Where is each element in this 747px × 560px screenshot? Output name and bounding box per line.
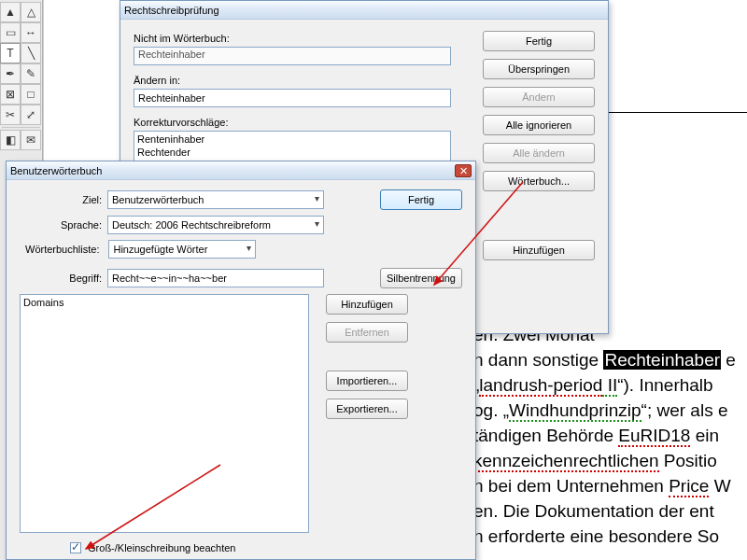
rectangle-frame-tool-icon[interactable]: ⊠	[0, 84, 21, 105]
suggestions-list[interactable]: Renteninhaber Rechtender	[134, 131, 451, 162]
user-dict-title: Benutzerwörterbuch	[10, 165, 455, 176]
change-all-button[interactable]: Alle ändern	[483, 143, 595, 163]
suggestions-label: Korrekturvorschläge:	[134, 117, 473, 128]
direct-selection-tool-icon[interactable]: △	[21, 2, 41, 22]
change-to-input[interactable]	[134, 89, 451, 107]
gap-tool-icon[interactable]: ↔	[21, 22, 41, 43]
term-label: Begriff:	[20, 273, 107, 284]
import-button[interactable]: Importieren...	[326, 371, 408, 391]
target-label: Ziel:	[20, 194, 107, 205]
line-tool-icon[interactable]: ╲	[21, 43, 41, 63]
export-button[interactable]: Exportieren...	[326, 399, 408, 419]
free-transform-tool-icon[interactable]: ⤢	[21, 105, 41, 125]
type-tool-icon[interactable]: T	[0, 43, 21, 63]
suggestion-item[interactable]: Rechtender	[137, 146, 447, 159]
spellcheck-title: Rechtschreibprüfung	[124, 5, 604, 16]
case-checkbox[interactable]	[70, 542, 81, 553]
dictionary-button[interactable]: Wörterbuch...	[483, 171, 595, 191]
language-label: Sprache:	[20, 219, 107, 231]
term-input[interactable]	[107, 269, 324, 287]
list-item[interactable]: Domains	[23, 296, 305, 309]
selected-word[interactable]: Rechteinhaber	[603, 350, 721, 370]
change-to-label: Ändern in:	[134, 75, 473, 86]
not-in-dict-field: Rechteinhaber	[134, 47, 451, 65]
wordlist-label: Wörterbuchliste:	[25, 244, 105, 255]
selection-tool-icon[interactable]: ▲	[0, 2, 21, 22]
rectangle-tool-icon[interactable]: □	[21, 84, 41, 105]
close-icon[interactable]: ✕	[455, 164, 472, 177]
pen-tool-icon[interactable]: ✒	[0, 63, 21, 84]
language-select[interactable]: Deutsch: 2006 Rechtschreibreform	[107, 216, 324, 234]
remove-word-button[interactable]: Entfernen	[326, 322, 408, 343]
suggestion-item[interactable]: Renteninhaber	[137, 133, 447, 146]
pencil-tool-icon[interactable]: ✎	[21, 63, 41, 84]
hyphenation-button[interactable]: Silbentrennung	[380, 268, 462, 288]
note-tool-icon[interactable]: ✉	[21, 130, 41, 150]
not-in-dict-label: Nicht im Wörterbuch:	[134, 33, 473, 44]
change-button[interactable]: Ändern	[483, 87, 595, 107]
word-list[interactable]: Domains	[20, 294, 309, 533]
user-dictionary-dialog: Benutzerwörterbuch ✕ Ziel: Benutzerwörte…	[6, 161, 476, 560]
wordlist-select[interactable]: Hinzugefügte Wörter	[108, 240, 256, 259]
done-button[interactable]: Fertig	[483, 31, 595, 51]
gradient-tool-icon[interactable]: ◧	[0, 130, 21, 150]
ignore-all-button[interactable]: Alle ignorieren	[483, 115, 595, 135]
target-select[interactable]: Benutzerwörterbuch	[107, 190, 324, 209]
case-checkbox-label: Groß-/Kleinschreibung beachten	[88, 542, 235, 553]
add-to-dict-button[interactable]: Hinzufügen	[483, 240, 595, 260]
spellcheck-titlebar[interactable]: Rechtschreibprüfung	[120, 1, 608, 20]
scissors-tool-icon[interactable]: ✂	[0, 105, 21, 125]
add-word-button[interactable]: Hinzufügen	[326, 294, 408, 315]
page-tool-icon[interactable]: ▭	[0, 22, 21, 43]
skip-button[interactable]: Überspringen	[483, 59, 595, 79]
user-dict-titlebar[interactable]: Benutzerwörterbuch ✕	[7, 161, 475, 180]
done-button[interactable]: Fertig	[380, 189, 462, 210]
